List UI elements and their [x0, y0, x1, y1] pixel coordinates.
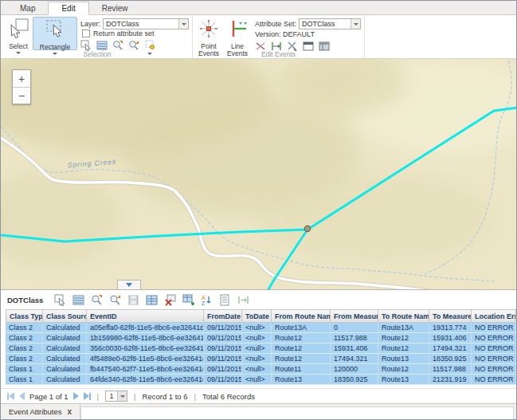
table-cell[interactable]: Route13: [272, 375, 331, 385]
map-viewport[interactable]: Spring Creek + −: [1, 59, 516, 289]
table-cell[interactable]: Calculated: [43, 354, 87, 364]
table-cell[interactable]: Route12: [272, 354, 331, 364]
page-number-value[interactable]: 1: [106, 391, 117, 401]
fit-columns-icon[interactable]: [237, 294, 249, 306]
table-cell[interactable]: 356c0030-62f8-11e5-8bc6-ee32641d5ec9: [87, 343, 204, 354]
table-cell[interactable]: Route11: [272, 364, 331, 375]
table-cell[interactable]: NO ERROR: [472, 333, 516, 343]
panel-collapse-tab[interactable]: [117, 280, 141, 289]
table-cell[interactable]: 4f5489e0-62f8-11e5-8bc6-ee32641d5ec9: [87, 354, 204, 364]
table-header-cell[interactable]: Class Source: [43, 309, 87, 323]
table-cell[interactable]: Class 1: [6, 364, 43, 375]
table-header-cell[interactable]: To Route Name: [378, 309, 429, 323]
table-cell[interactable]: Route12: [378, 333, 429, 343]
select-by-rectangle-icon[interactable]: [54, 294, 66, 306]
selection-list-icon[interactable]: [72, 294, 84, 306]
table-cell[interactable]: Calculated: [43, 323, 87, 333]
table-cell[interactable]: Calculated: [43, 375, 87, 385]
table-cell[interactable]: NO ERROR: [472, 375, 516, 385]
table-header-cell[interactable]: Class Type: [6, 309, 43, 323]
table-cell[interactable]: <null>: [242, 333, 272, 343]
map-canvas[interactable]: Spring Creek: [1, 59, 516, 289]
pan-to-selected-icon[interactable]: [128, 40, 139, 51]
table-cell[interactable]: <null>: [242, 354, 272, 364]
table-cell[interactable]: Route13: [378, 354, 429, 364]
table-cell[interactable]: Calculated: [43, 343, 87, 354]
select-by-box-icon[interactable]: [80, 40, 92, 51]
tab-edit[interactable]: Edit: [48, 2, 88, 15]
open-form-icon[interactable]: [219, 294, 231, 306]
save-edits-icon[interactable]: [127, 294, 139, 306]
table-cell[interactable]: 09/11/2015: [204, 375, 242, 385]
table-cell[interactable]: NO ERROR: [472, 364, 516, 375]
page-number-input[interactable]: 1: [105, 391, 127, 402]
table-cell[interactable]: 1b159980-62f8-11e5-8bc6-ee32641d5ec9: [87, 333, 204, 343]
table-cell[interactable]: Class 2: [6, 343, 43, 354]
table-cell[interactable]: 18350.925: [429, 354, 472, 364]
table-cell[interactable]: <null>: [242, 343, 272, 354]
table-cell[interactable]: 64fde340-62f8-11e5-8bc6-ee32641d5ec9: [87, 375, 204, 385]
table-cell[interactable]: Class 1: [6, 375, 43, 385]
table-cell[interactable]: a05effa0-62f8-11e5-8bc6-ee32641d5ec9: [87, 323, 204, 333]
table-cell[interactable]: 17494.321: [429, 343, 472, 354]
table-cell[interactable]: 18350.925: [331, 375, 378, 385]
table-cell[interactable]: 21231.919: [429, 375, 472, 385]
table-cell[interactable]: 17494.321: [331, 354, 378, 364]
table-cell[interactable]: 0: [331, 323, 378, 333]
table-cell[interactable]: 09/11/2015: [204, 354, 242, 364]
table-header-cell[interactable]: ToDate: [242, 309, 272, 323]
point-events-button[interactable]: Point Events: [194, 17, 223, 50]
tab-review[interactable]: Review: [89, 2, 141, 14]
previous-page-button[interactable]: [19, 392, 25, 400]
table-cell[interactable]: NO ERROR: [472, 354, 516, 364]
table-cell[interactable]: 120000: [331, 364, 378, 375]
table-row[interactable]: Class 2Calculated1b159980-62f8-11e5-8bc6…: [6, 333, 516, 343]
table-row[interactable]: Class 2Calculated356c0030-62f8-11e5-8bc6…: [6, 343, 516, 354]
zoom-out-button[interactable]: −: [13, 87, 30, 104]
table-cell[interactable]: Route13: [378, 375, 429, 385]
table-row[interactable]: Class 2Calculated4f5489e0-62f8-11e5-8bc6…: [6, 354, 516, 364]
append-to-table-icon[interactable]: [182, 294, 194, 306]
zoom-to-selected-icon[interactable]: [112, 40, 123, 51]
table-cell[interactable]: <null>: [242, 375, 272, 385]
table-cell[interactable]: Route13A: [272, 323, 331, 333]
table-cell[interactable]: <null>: [242, 364, 272, 375]
table-cell[interactable]: NO ERROR: [472, 323, 516, 333]
table-cell[interactable]: 09/11/2015: [204, 364, 242, 375]
page-number-caret-icon[interactable]: [117, 391, 127, 401]
table-row[interactable]: Class 1Calculated64fde340-62f8-11e5-8bc6…: [6, 375, 516, 385]
close-tab-icon[interactable]: x: [68, 407, 72, 416]
table-cell[interactable]: fb447540-62f7-11e5-8bc6-ee32641d5ec9: [87, 364, 204, 375]
table-cell[interactable]: 15931.406: [331, 343, 378, 354]
layer-dropdown[interactable]: DOTClass: [103, 18, 189, 29]
table-header-cell[interactable]: EventID: [87, 309, 204, 323]
rectangle-button[interactable]: Rectangle: [33, 17, 77, 50]
table-cell[interactable]: 09/11/2015: [204, 343, 242, 354]
table-cell[interactable]: Class 2: [6, 354, 43, 364]
zoom-to-selection-icon[interactable]: [91, 294, 103, 306]
select-button[interactable]: Select: [4, 17, 33, 50]
layer-dropdown-caret-icon[interactable]: [178, 19, 188, 29]
table-cell[interactable]: 09/11/2015: [204, 333, 242, 343]
table-cell[interactable]: 15931.406: [429, 333, 472, 343]
table-cell[interactable]: <null>: [242, 323, 272, 333]
table-cell[interactable]: NO ERROR: [472, 343, 516, 354]
next-page-button[interactable]: [73, 392, 79, 400]
table-cell[interactable]: Route12: [378, 343, 429, 354]
attribute-set-caret-icon[interactable]: [351, 19, 360, 29]
table-cell[interactable]: 19313.774: [429, 323, 472, 333]
table-cell[interactable]: Route12: [272, 343, 331, 354]
table-header-cell[interactable]: From Measure: [331, 309, 378, 323]
event-attributes-tab[interactable]: Event Attributes x: [1, 404, 80, 419]
last-page-button[interactable]: [84, 392, 91, 400]
table-header-cell[interactable]: From Route Name: [272, 309, 331, 323]
table-header-cell[interactable]: To Measure: [429, 309, 472, 323]
table-header-cell[interactable]: Location Error: [472, 309, 516, 323]
table-cell[interactable]: Class 2: [6, 323, 43, 333]
table-cell[interactable]: 11517.988: [331, 333, 378, 343]
first-page-button[interactable]: [7, 392, 14, 400]
open-table-icon[interactable]: [146, 294, 158, 306]
table-cell[interactable]: Route12: [378, 364, 429, 375]
line-events-button[interactable]: Line Events: [223, 17, 252, 50]
attribute-set-dropdown[interactable]: DOTClass: [299, 18, 361, 29]
